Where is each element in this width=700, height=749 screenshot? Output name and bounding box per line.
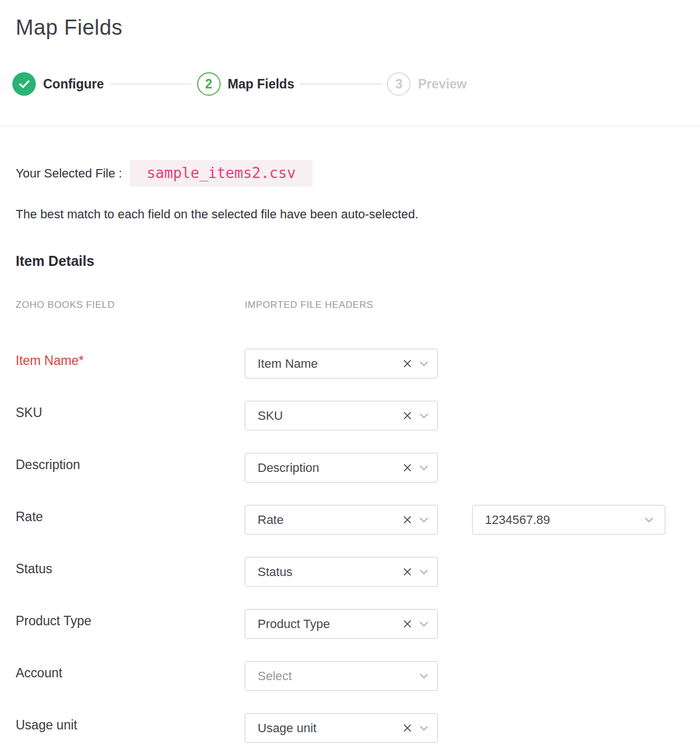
step-configure-circle	[12, 72, 36, 96]
map-row-product-type: Product Type Product Type	[16, 609, 700, 639]
field-label: Item Name*	[16, 349, 245, 368]
content: Your Selected File : sample_items2.csv T…	[0, 160, 700, 743]
import-stepper: Configure 2 Map Fields 3 Preview	[12, 72, 700, 96]
check-icon	[19, 80, 30, 88]
stepper-connector	[300, 83, 381, 85]
selected-file-row: Your Selected File : sample_items2.csv	[16, 160, 700, 186]
chevron-down-icon	[419, 621, 428, 627]
header-select-item-name[interactable]: Item Name	[245, 349, 438, 378]
mapping-rows: Item Name* Item Name SKU SKU	[16, 349, 700, 743]
map-row-usage-unit: Usage unit Usage unit	[16, 713, 700, 743]
select-value: Product Type	[258, 617, 403, 631]
selected-file-label: Your Selected File :	[16, 166, 122, 181]
select-value: Item Name	[258, 357, 403, 371]
map-row-item-name: Item Name* Item Name	[16, 349, 700, 378]
clear-icon[interactable]	[403, 359, 412, 368]
clear-icon[interactable]	[403, 463, 412, 472]
chevron-down-icon	[645, 517, 654, 523]
step-preview-circle: 3	[387, 72, 410, 96]
chevron-down-icon	[419, 673, 428, 679]
header-select-status[interactable]: Status	[245, 557, 438, 587]
field-label: Account	[16, 661, 245, 681]
map-row-rate: Rate Rate 1234567.89	[16, 505, 700, 535]
selected-file-chip: sample_items2.csv	[130, 160, 312, 186]
map-fields-page: Map Fields Configure 2 Map Fields 3 Prev…	[0, 16, 700, 749]
step-map-fields[interactable]: 2 Map Fields	[197, 72, 295, 96]
map-row-sku: SKU SKU	[16, 401, 700, 430]
chevron-down-icon	[419, 465, 428, 471]
select-value: Rate	[258, 513, 403, 527]
field-label: Product Type	[16, 609, 245, 629]
field-label: Rate	[16, 505, 245, 525]
map-row-account: Account Select	[16, 661, 700, 691]
clear-icon[interactable]	[403, 723, 412, 733]
chevron-down-icon	[419, 517, 428, 523]
auto-select-note: The best match to each field on the sele…	[16, 207, 700, 222]
clear-icon[interactable]	[403, 515, 412, 525]
stepper-connector	[110, 83, 192, 85]
chevron-down-icon	[419, 725, 428, 731]
page-title: Map Fields	[16, 16, 700, 40]
section-title: Item Details	[16, 253, 700, 269]
clear-icon[interactable]	[403, 619, 412, 629]
chevron-down-icon	[419, 361, 428, 367]
column-header-zoho-field: ZOHO BOOKS FIELD	[16, 299, 245, 311]
field-label: Description	[16, 453, 245, 472]
step-map-fields-circle: 2	[197, 72, 221, 96]
map-row-status: Status Status	[16, 557, 700, 587]
chevron-down-icon	[419, 413, 428, 419]
select-placeholder: Select	[258, 669, 419, 684]
step-preview: 3 Preview	[387, 72, 466, 96]
header-select-description[interactable]: Description	[245, 453, 438, 483]
clear-icon[interactable]	[403, 567, 412, 577]
header-select-rate[interactable]: Rate	[245, 505, 438, 535]
field-label: SKU	[16, 401, 245, 420]
chevron-down-icon	[419, 569, 428, 575]
select-value: Description	[258, 461, 403, 475]
step-number: 3	[395, 77, 403, 92]
step-map-fields-label: Map Fields	[228, 77, 295, 92]
number-format-select[interactable]: 1234567.89	[472, 505, 665, 535]
select-value: SKU	[258, 409, 403, 423]
column-header-imported: IMPORTED FILE HEADERS	[245, 299, 374, 311]
step-configure[interactable]: Configure	[12, 72, 104, 96]
header-select-account[interactable]: Select	[245, 661, 438, 691]
header-select-sku[interactable]: SKU	[245, 401, 438, 430]
header-select-usage-unit[interactable]: Usage unit	[245, 713, 438, 743]
columns-header: ZOHO BOOKS FIELD IMPORTED FILE HEADERS	[16, 299, 700, 311]
clear-icon[interactable]	[403, 411, 412, 420]
step-preview-label: Preview	[418, 77, 466, 92]
map-row-description: Description Description	[16, 453, 700, 483]
field-label: Status	[16, 557, 245, 577]
step-number: 2	[205, 77, 212, 92]
field-label: Usage unit	[16, 713, 245, 733]
step-configure-label: Configure	[43, 77, 104, 92]
select-value: Status	[258, 565, 403, 579]
header-divider	[0, 126, 700, 127]
select-value: 1234567.89	[485, 513, 645, 527]
header-select-product-type[interactable]: Product Type	[245, 609, 438, 639]
select-value: Usage unit	[258, 721, 403, 736]
